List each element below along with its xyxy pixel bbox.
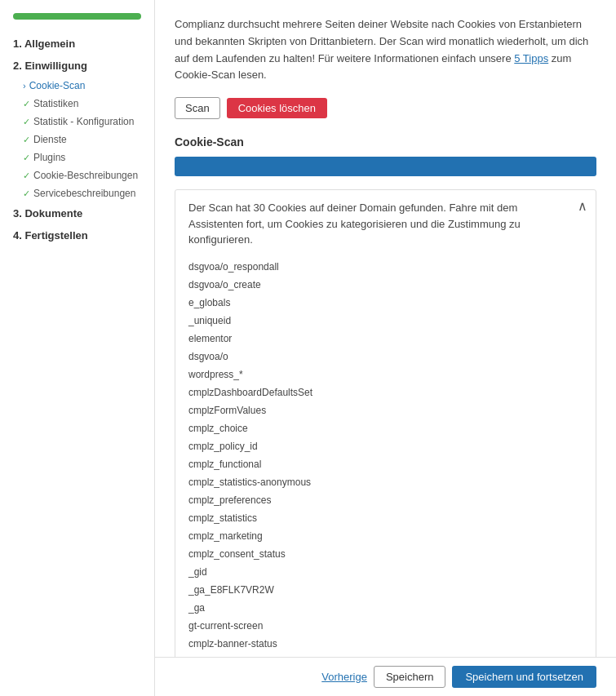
sidebar-item-fertigstellen[interactable]: 4. Fertigstellen: [0, 224, 154, 246]
save-button[interactable]: Speichern: [374, 666, 446, 688]
list-item: _gid: [188, 563, 583, 581]
sidebar-item-statistiken[interactable]: ✓ Statistiken: [0, 95, 154, 113]
collapse-button[interactable]: ∧: [578, 198, 587, 214]
list-item: cmplz_choice: [188, 419, 583, 437]
list-item: _ga_E8FLK7VR2W: [188, 581, 583, 599]
sidebar-item-allgemein[interactable]: 1. Allgemein: [0, 33, 154, 55]
list-item: cmplz_consent_status: [188, 545, 583, 563]
check-icon: ✓: [23, 188, 30, 199]
save-continue-button[interactable]: Speichern und fortsetzen: [452, 666, 596, 688]
check-icon: ✓: [23, 117, 30, 127]
main-content: Complianz durchsucht mehrere Seiten dein…: [155, 0, 616, 696]
list-item: _uniqueid: [188, 312, 583, 330]
list-item: dsgvoa/o_respondall: [188, 258, 583, 276]
list-item: cmplz_preferences: [188, 491, 583, 509]
list-item: e_globals: [188, 294, 583, 312]
scan-result-text: Der Scan hat 30 Cookies auf deiner Domai…: [188, 200, 583, 248]
progress-bar: [13, 13, 141, 20]
list-item: dsgvoa/o_create: [188, 276, 583, 294]
scan-result-box: Der Scan hat 30 Cookies auf deiner Domai…: [175, 189, 596, 696]
footer-bar: Vorherige Speichern Speichern und fortse…: [155, 657, 616, 696]
sidebar-item-cookie-beschreibungen[interactable]: ✓ Cookie-Beschreibungen: [0, 166, 154, 184]
cookie-scan-title: Cookie-Scan: [175, 135, 596, 149]
back-button[interactable]: Vorherige: [321, 671, 367, 683]
main-wrapper: Complianz durchsucht mehrere Seiten dein…: [155, 0, 616, 696]
sidebar-item-einwilligung[interactable]: 2. Einwilligung: [0, 55, 154, 77]
sidebar-item-cookie-scan[interactable]: › Cookie-Scan: [0, 77, 154, 95]
check-icon: ✓: [23, 153, 30, 163]
sidebar-item-statistik-konfiguration[interactable]: ✓ Statistik - Konfiguration: [0, 113, 154, 131]
sidebar-item-dokumente[interactable]: 3. Dokumente: [0, 202, 154, 224]
list-item: cmplz-banner-status: [188, 635, 583, 653]
check-icon: ✓: [23, 171, 30, 181]
check-icon: ✓: [23, 135, 30, 145]
list-item: cmplzDashboardDefaultsSet: [188, 383, 583, 401]
scan-progress-fill: [175, 157, 596, 176]
list-item: cmplzFormValues: [188, 401, 583, 419]
button-row: Scan Cookies löschen: [175, 97, 596, 119]
list-item: gt-current-screen: [188, 617, 583, 635]
intro-text: Complianz durchsucht mehrere Seiten dein…: [175, 16, 596, 84]
sidebar-item-plugins[interactable]: ✓ Plugins: [0, 149, 154, 166]
list-item: cmplz_policy_id: [188, 437, 583, 455]
check-icon: ✓: [23, 99, 30, 109]
scan-button[interactable]: Scan: [175, 97, 220, 119]
chevron-icon: ›: [23, 81, 26, 91]
list-item: cmplz_statistics: [188, 509, 583, 527]
tips-link[interactable]: 5 Tipps: [514, 52, 548, 64]
sidebar-item-dienste[interactable]: ✓ Dienste: [0, 131, 154, 149]
delete-cookies-button[interactable]: Cookies löschen: [227, 98, 327, 118]
list-item: wordpress_*: [188, 366, 583, 383]
list-item: cmplz_functional: [188, 455, 583, 473]
list-item: elementor: [188, 330, 583, 348]
cookie-list: dsgvoa/o_respondalldsgvoa/o_createe_glob…: [188, 258, 583, 696]
sidebar: 1. Allgemein 2. Einwilligung › Cookie-Sc…: [0, 0, 155, 696]
list-item: dsgvoa/o: [188, 348, 583, 366]
scan-progress-bar: [175, 157, 596, 176]
list-item: cmplz_statistics-anonymous: [188, 473, 583, 491]
list-item: cmplz_marketing: [188, 527, 583, 545]
list-item: _ga: [188, 599, 583, 617]
sidebar-item-servicebeschreibungen[interactable]: ✓ Servicebeschreibungen: [0, 184, 154, 202]
